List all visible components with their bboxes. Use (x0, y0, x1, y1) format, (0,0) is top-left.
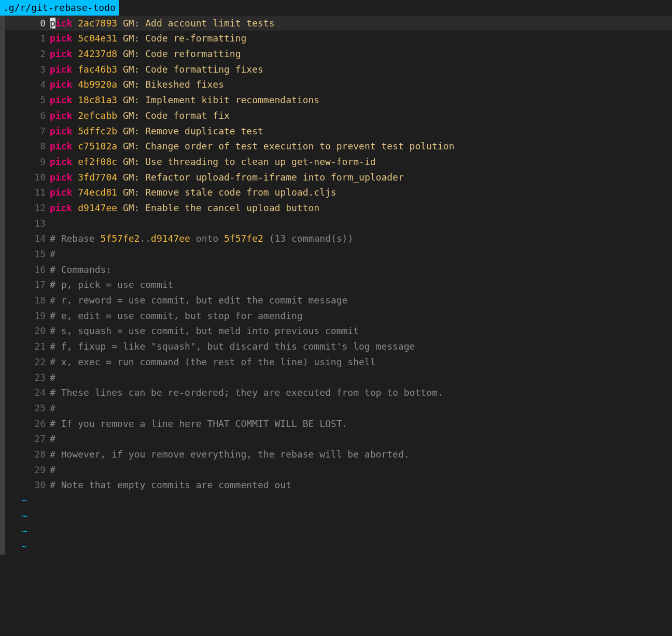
code-line[interactable]: 17# p, pick = use commit (5, 277, 672, 293)
code-line[interactable]: 14# Rebase 5f57fe2..d9147ee onto 5f57fe2… (5, 231, 672, 246)
editor[interactable]: 0pick 2ac7893 GM: Add account limit test… (0, 16, 672, 555)
line-number: 26 (5, 416, 50, 432)
line-content: pick 2efcabb GM: Code format fix (50, 108, 672, 123)
code-line[interactable]: 30# Note that empty commits are commente… (5, 477, 672, 493)
commit-hash: 2efcabb (78, 110, 117, 121)
comment-text: # s, squash = use commit, but meld into … (50, 323, 672, 339)
code-line[interactable]: 26# If you remove a line here THAT COMMI… (5, 416, 672, 432)
commit-message: GM: Change order of test execution to pr… (123, 141, 454, 151)
code-line[interactable]: 16# Commands: (5, 262, 672, 278)
code-line[interactable]: 25# (5, 400, 672, 416)
line-number: 2 (5, 46, 50, 62)
comment-text (50, 216, 672, 231)
line-content: pick 74ecd81 GM: Remove stale code from … (50, 185, 672, 200)
comment-text: # f, fixup = like "squash", but discard … (50, 339, 672, 354)
code-line[interactable]: 20# s, squash = use commit, but meld int… (5, 323, 672, 339)
line-number: 11 (5, 185, 50, 200)
code-line[interactable]: 15# (5, 246, 672, 262)
line-number: 20 (5, 323, 50, 339)
code-line[interactable]: 1pick 5c04e31 GM: Code re-formatting (5, 31, 672, 46)
code-line[interactable]: 6pick 2efcabb GM: Code format fix (5, 108, 672, 123)
code-line[interactable]: 24# These lines can be re-ordered; they … (5, 385, 672, 400)
comment-text: # Note that empty commits are commented … (50, 477, 672, 493)
empty-line-marker: ~ (5, 539, 672, 555)
code-line[interactable]: 4pick 4b9920a GM: Bikeshed fixes (5, 77, 672, 92)
rebase-command: pick (50, 141, 72, 151)
comment-text: # These lines can be re-ordered; they ar… (50, 385, 672, 400)
code-line[interactable]: 7pick 5dffc2b GM: Remove duplicate test (5, 123, 672, 139)
rebase-command: pick (50, 64, 72, 75)
line-number: 30 (5, 477, 50, 493)
commit-message: GM: Add account limit tests (123, 18, 275, 29)
code-line[interactable]: 13 (5, 216, 672, 231)
commit-hash: fac46b3 (78, 64, 117, 75)
tab-bar: .g/r/git-rebase-todo (0, 0, 672, 16)
code-line[interactable]: 11pick 74ecd81 GM: Remove stale code fro… (5, 185, 672, 200)
line-number: 14 (5, 231, 50, 246)
tilde-icon: ~ (5, 539, 27, 555)
comment-text: # Commands: (50, 262, 672, 278)
commit-hash: 3fd7704 (78, 172, 117, 183)
commit-hash: 4b9920a (78, 79, 117, 90)
rebase-command: pick (50, 156, 72, 167)
line-content: pick c75102a GM: Change order of test ex… (50, 139, 672, 154)
code-line[interactable]: 21# f, fixup = like "squash", but discar… (5, 339, 672, 354)
line-number: 16 (5, 262, 50, 278)
code-line[interactable]: 27# (5, 431, 672, 447)
commit-hash: 5dffc2b (78, 126, 117, 136)
line-number: 29 (5, 462, 50, 478)
code-line[interactable]: 10pick 3fd7704 GM: Refactor upload-from-… (5, 170, 672, 185)
comment-text: # x, exec = run command (the rest of the… (50, 354, 672, 370)
code-line[interactable]: 22# x, exec = run command (the rest of t… (5, 354, 672, 370)
line-number: 19 (5, 308, 50, 324)
line-number: 9 (5, 154, 50, 170)
comment-text: # If you remove a line here THAT COMMIT … (50, 416, 672, 432)
rebase-command: pick (50, 94, 72, 105)
code-line[interactable]: 12pick d9147ee GM: Enable the cancel upl… (5, 200, 672, 216)
comment-text: # (50, 246, 672, 262)
rebase-command: pick (50, 33, 72, 44)
line-number: 27 (5, 431, 50, 447)
line-content: pick 5c04e31 GM: Code re-formatting (50, 31, 672, 46)
file-tab[interactable]: .g/r/git-rebase-todo (0, 0, 119, 16)
commit-message: GM: Remove stale code from upload.cljs (123, 187, 337, 198)
code-line[interactable]: 9pick ef2f08c GM: Use threading to clean… (5, 154, 672, 170)
commit-message: GM: Code formatting fixes (123, 64, 263, 75)
line-number: 17 (5, 277, 50, 293)
comment-text: # However, if you remove everything, the… (50, 447, 672, 462)
code-line[interactable]: 0pick 2ac7893 GM: Add account limit test… (5, 16, 672, 31)
code-line[interactable]: 29# (5, 462, 672, 478)
code-line[interactable]: 2pick 24237d8 GM: Code reformatting (5, 46, 672, 62)
cursor: p (50, 18, 55, 29)
line-number: 25 (5, 400, 50, 416)
commit-message: GM: Bikeshed fixes (123, 79, 224, 90)
line-content: pick 24237d8 GM: Code reformatting (50, 46, 672, 62)
code-line[interactable]: 28# However, if you remove everything, t… (5, 447, 672, 462)
line-number: 10 (5, 170, 50, 185)
code-line[interactable]: 8pick c75102a GM: Change order of test e… (5, 139, 672, 154)
commit-hash: d9147ee (78, 202, 117, 213)
line-number: 1 (5, 31, 50, 46)
code-line[interactable]: 3pick fac46b3 GM: Code formatting fixes (5, 62, 672, 77)
line-number: 3 (5, 62, 50, 77)
tilde-icon: ~ (5, 508, 27, 524)
rebase-command: pick (50, 172, 72, 183)
comment-text: # r, reword = use commit, but edit the c… (50, 293, 672, 308)
tilde-icon: ~ (5, 493, 27, 508)
rebase-command: pick (50, 126, 72, 136)
line-number: 5 (5, 92, 50, 108)
line-number: 6 (5, 108, 50, 123)
code-line[interactable]: 23# (5, 370, 672, 385)
tilde-icon: ~ (5, 523, 27, 539)
line-number: 28 (5, 447, 50, 462)
commit-message: GM: Remove duplicate test (123, 126, 263, 136)
line-number: 22 (5, 354, 50, 370)
code-line[interactable]: 5pick 18c81a3 GM: Implement kibit recomm… (5, 92, 672, 108)
rebase-command: pick (50, 187, 72, 198)
line-number: 24 (5, 385, 50, 400)
comment-text: # (50, 462, 672, 478)
code-line[interactable]: 19# e, edit = use commit, but stop for a… (5, 308, 672, 324)
commit-message: GM: Enable the cancel upload button (123, 202, 319, 213)
code-line[interactable]: 18# r, reword = use commit, but edit the… (5, 293, 672, 308)
comment-text: # (50, 400, 672, 416)
